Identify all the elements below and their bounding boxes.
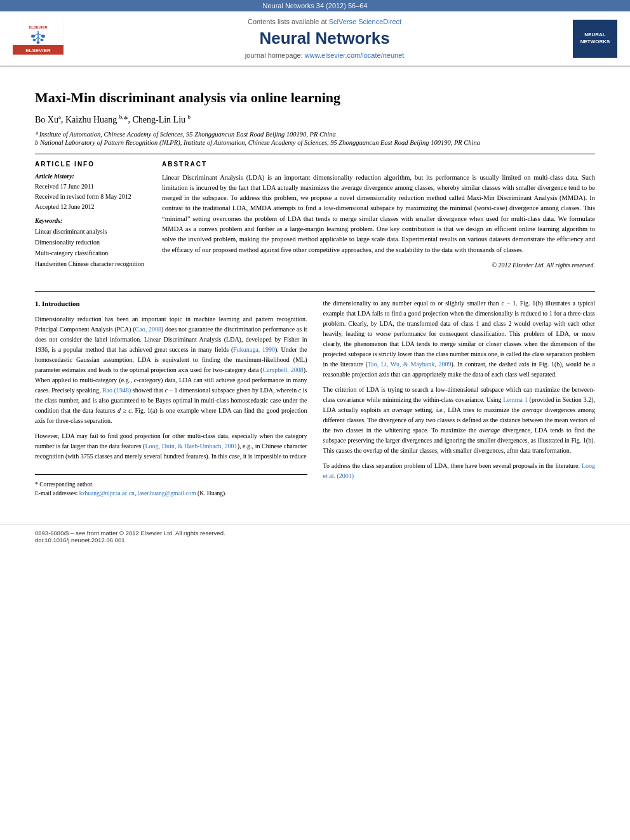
elsevier-logo: ELSEVIER ELSEVIER	[13, 20, 64, 57]
journal-homepage: journal homepage: www.elsevier.com/locat…	[76, 51, 573, 59]
body-two-columns: 1. Introduction Dimensionality reduction…	[35, 298, 595, 498]
affiliations: ᵃ Institute of Automation, Chinese Acade…	[35, 130, 595, 146]
svg-point-9	[33, 39, 36, 41]
dates-section: Received 17 June 2011 Received in revise…	[35, 182, 149, 212]
received-date: Received 17 June 2011	[35, 182, 149, 192]
paper-title: Maxi-Min discriminant analysis via onlin…	[35, 90, 595, 106]
keyword-1: Linear discriminant analysis	[35, 226, 149, 237]
ref-tao2009[interactable]: Tao, Li, Wu, & Maybank, 2009	[368, 361, 452, 368]
section-divider	[35, 291, 595, 292]
affiliation-a: ᵃ Institute of Automation, Chinese Acade…	[35, 130, 595, 138]
journal-banner: ELSEVIER ELSEVIER Contents lists availab…	[0, 11, 630, 66]
intro-para-2: However, LDA may fail to find good proje…	[35, 431, 307, 462]
accepted-date: Accepted 12 June 2012	[35, 202, 149, 212]
article-info: ARTICLE INFO Article history: Received 1…	[35, 161, 149, 269]
article-abstract-section: ARTICLE INFO Article history: Received 1…	[35, 161, 595, 269]
homepage-link[interactable]: www.elsevier.com/locate/neunet	[305, 51, 405, 59]
ref-campbell2008[interactable]: Campbell, 2008	[262, 366, 303, 373]
ref-rao1948[interactable]: Rao (1948)	[102, 387, 131, 394]
authors: Bo Xua, Kaizhu Huang b,*, Cheng-Lin Liu …	[35, 114, 595, 125]
journal-logo-text: NEURAL NETWORKS	[580, 32, 610, 45]
svg-point-7	[31, 35, 35, 38]
keywords-section: Keywords: Linear discriminant analysis D…	[35, 217, 149, 269]
footer-issn: 0893-6080/$ – see front matter © 2012 El…	[35, 530, 595, 537]
email-link-1[interactable]: kzhuang@nlpr.ia.ac.cn	[79, 490, 135, 497]
footnote-corresponding: * Corresponding author.	[35, 480, 307, 490]
section1-heading: 1. Introduction	[35, 298, 307, 309]
footer: 0893-6080/$ – see front matter © 2012 El…	[0, 524, 630, 549]
abstract-heading: ABSTRACT	[162, 161, 595, 168]
email-link-2[interactable]: laser.huang@gmail.com	[138, 490, 196, 497]
body-left-col: 1. Introduction Dimensionality reduction…	[35, 298, 307, 498]
intro-para-1: Dimensionality reduction has been an imp…	[35, 314, 307, 426]
history-label: Article history:	[35, 173, 149, 180]
revised-date: Received in revised form 8 May 2012	[35, 192, 149, 202]
body-right-col: the dimensionality to any number equal t…	[323, 298, 596, 498]
keyword-4: Handwritten Chinese character recognitio…	[35, 258, 149, 269]
footnote-section: * Corresponding author. E-mail addresses…	[35, 474, 307, 498]
sciverse-link[interactable]: SciVerse ScienceDirect	[329, 18, 401, 25]
main-body: 1. Introduction Dimensionality reduction…	[0, 295, 630, 517]
keyword-2: Dimensionality reduction	[35, 237, 149, 248]
keywords-list: Linear discriminant analysis Dimensional…	[35, 226, 149, 269]
right-para-1: the dimensionality to any number equal t…	[323, 298, 596, 380]
ref-loog2001b[interactable]: Loog et al. (2001)	[323, 462, 596, 479]
svg-point-11	[37, 41, 40, 44]
ref-fukunaga1990[interactable]: Fukunaga, 1990	[233, 346, 275, 353]
sciverse-bar: Contents lists available at SciVerse Sci…	[76, 18, 573, 25]
journal-header: Neural Networks 34 (2012) 56–64 ELSEVIER	[0, 0, 630, 67]
svg-point-8	[41, 35, 45, 38]
keyword-3: Multi-category classification	[35, 248, 149, 258]
ref-lemma1[interactable]: Lemma 1	[503, 396, 527, 403]
journal-banner-center: Contents lists available at SciVerse Sci…	[76, 18, 573, 59]
divider	[35, 154, 595, 154]
svg-text:ELSEVIER: ELSEVIER	[29, 25, 48, 29]
keywords-label: Keywords:	[35, 217, 149, 224]
journal-name-heading: Neural Networks	[76, 29, 573, 48]
paper-content: Maxi-Min discriminant analysis via onlin…	[0, 67, 630, 288]
email-suffix: (K. Huang).	[198, 490, 227, 497]
affiliation-b: b National Laboratory of Pattern Recogni…	[35, 139, 595, 146]
right-para-2: The criterion of LDA is trying to search…	[323, 385, 596, 456]
homepage-label: journal homepage:	[245, 51, 303, 59]
abstract-text: Linear Discriminant Analysis (LDA) is an…	[162, 173, 595, 255]
abstract-section: ABSTRACT Linear Discriminant Analysis (L…	[162, 161, 595, 269]
journal-volume-label: Neural Networks 34 (2012) 56–64	[262, 2, 367, 10]
contents-label: Contents lists available at	[248, 18, 327, 25]
footnote-emails: E-mail addresses: kzhuang@nlpr.ia.ac.cn,…	[35, 489, 307, 498]
ref-cao2008[interactable]: Cao, 2008	[135, 326, 161, 333]
copyright-line: © 2012 Elsevier Ltd. All rights reserved…	[162, 262, 595, 269]
journal-logo-right: NEURAL NETWORKS	[573, 20, 617, 58]
svg-point-10	[41, 39, 44, 41]
journal-top-bar: Neural Networks 34 (2012) 56–64	[0, 0, 630, 11]
svg-text:ELSEVIER: ELSEVIER	[25, 48, 51, 53]
ref-loog2001[interactable]: Loog, Duin, & Haeb-Umbach, 2001	[145, 443, 237, 450]
email-label: E-mail addresses:	[35, 490, 77, 497]
article-info-heading: ARTICLE INFO	[35, 161, 149, 168]
footer-doi: doi:10.1016/j.neunet.2012.06.001	[35, 537, 595, 543]
right-para-3: To address the class separation problem …	[323, 461, 596, 481]
